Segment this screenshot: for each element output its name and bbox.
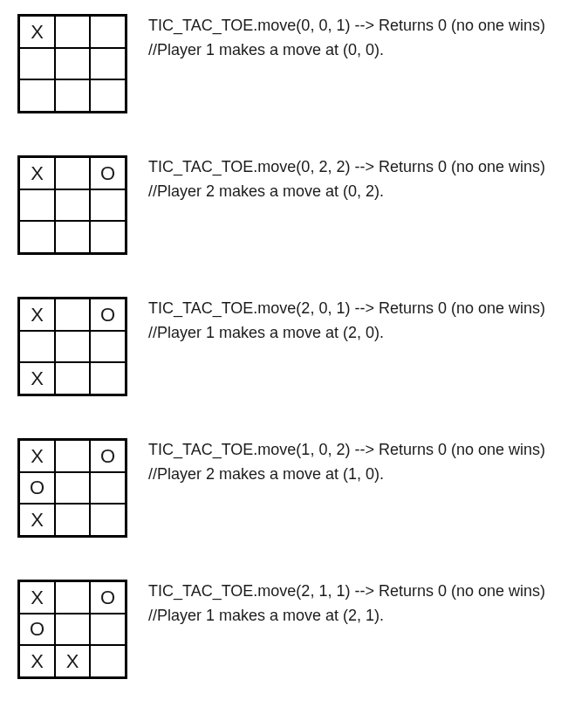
grid-cell: [55, 17, 90, 48]
step-description: TIC_TAC_TOE.move(2, 1, 1) --> Returns 0 …: [148, 580, 574, 627]
grid-cell: X: [20, 17, 55, 48]
grid-cell: [90, 362, 125, 394]
grid-cell: [55, 331, 90, 362]
grid-cell: X: [20, 645, 55, 676]
tictactoe-grid: XOOXX: [17, 580, 127, 679]
grid-cell: [55, 614, 90, 645]
grid-cell: O: [90, 158, 125, 189]
grid-cell: X: [20, 299, 55, 331]
step-3: XOOXTIC_TAC_TOE.move(1, 0, 2) --> Return…: [14, 438, 574, 538]
call-text: TIC_TAC_TOE.move(0, 0, 1) --> Returns 0 …: [148, 14, 557, 37]
grid-cell: [90, 221, 125, 252]
grid-cell: O: [90, 441, 125, 472]
grid-cell: O: [90, 582, 125, 614]
grid-cell: X: [20, 441, 55, 472]
grid-cell: [90, 48, 125, 79]
grid-cell: [55, 48, 90, 79]
step-1: XOTIC_TAC_TOE.move(0, 2, 2) --> Returns …: [14, 155, 574, 255]
comment-text: //Player 1 makes a move at (2, 1).: [148, 604, 557, 627]
grid-cell: [90, 645, 125, 676]
grid-cell: X: [20, 504, 55, 535]
grid-cell: [20, 189, 55, 221]
grid-cell: [55, 504, 90, 535]
step-2: XOXTIC_TAC_TOE.move(2, 0, 1) --> Returns…: [14, 297, 574, 396]
grid-cell: [90, 472, 125, 504]
grid-cell: [20, 331, 55, 362]
grid-cell: X: [20, 362, 55, 394]
step-description: TIC_TAC_TOE.move(0, 0, 1) --> Returns 0 …: [148, 14, 574, 61]
grid-cell: [20, 221, 55, 252]
grid-cell: O: [20, 472, 55, 504]
grid-cell: O: [20, 614, 55, 645]
tictactoe-grid: XO: [17, 155, 127, 255]
grid-cell: [55, 158, 90, 189]
grid-cell: [55, 582, 90, 614]
grid-cell: [90, 504, 125, 535]
grid-cell: [55, 441, 90, 472]
comment-text: //Player 1 makes a move at (2, 0).: [148, 321, 557, 344]
step-description: TIC_TAC_TOE.move(2, 0, 1) --> Returns 0 …: [148, 297, 574, 344]
tictactoe-grid: XOOX: [17, 438, 127, 538]
tictactoe-grid: X: [17, 14, 127, 113]
tictactoe-grid: XOX: [17, 297, 127, 396]
step-description: TIC_TAC_TOE.move(1, 0, 2) --> Returns 0 …: [148, 438, 574, 485]
step-0: XTIC_TAC_TOE.move(0, 0, 1) --> Returns 0…: [14, 14, 574, 113]
grid-cell: [90, 189, 125, 221]
comment-text: //Player 1 makes a move at (0, 0).: [148, 38, 557, 61]
call-text: TIC_TAC_TOE.move(2, 1, 1) --> Returns 0 …: [148, 580, 557, 602]
grid-cell: [90, 614, 125, 645]
call-text: TIC_TAC_TOE.move(0, 2, 2) --> Returns 0 …: [148, 155, 557, 178]
grid-cell: [55, 299, 90, 331]
grid-cell: X: [55, 645, 90, 676]
grid-cell: X: [20, 582, 55, 614]
call-text: TIC_TAC_TOE.move(1, 0, 2) --> Returns 0 …: [148, 438, 557, 461]
comment-text: //Player 2 makes a move at (1, 0).: [148, 463, 557, 485]
step-4: XOOXXTIC_TAC_TOE.move(2, 1, 1) --> Retur…: [14, 580, 574, 679]
grid-cell: [90, 17, 125, 48]
grid-cell: [55, 472, 90, 504]
grid-cell: X: [20, 158, 55, 189]
call-text: TIC_TAC_TOE.move(2, 0, 1) --> Returns 0 …: [148, 297, 557, 319]
comment-text: //Player 2 makes a move at (0, 2).: [148, 180, 557, 202]
grid-cell: [20, 48, 55, 79]
grid-cell: [90, 331, 125, 362]
step-description: TIC_TAC_TOE.move(0, 2, 2) --> Returns 0 …: [148, 155, 574, 202]
grid-cell: [90, 79, 125, 111]
grid-cell: O: [90, 299, 125, 331]
grid-cell: [55, 221, 90, 252]
grid-cell: [55, 79, 90, 111]
grid-cell: [55, 189, 90, 221]
grid-cell: [20, 79, 55, 111]
grid-cell: [55, 362, 90, 394]
